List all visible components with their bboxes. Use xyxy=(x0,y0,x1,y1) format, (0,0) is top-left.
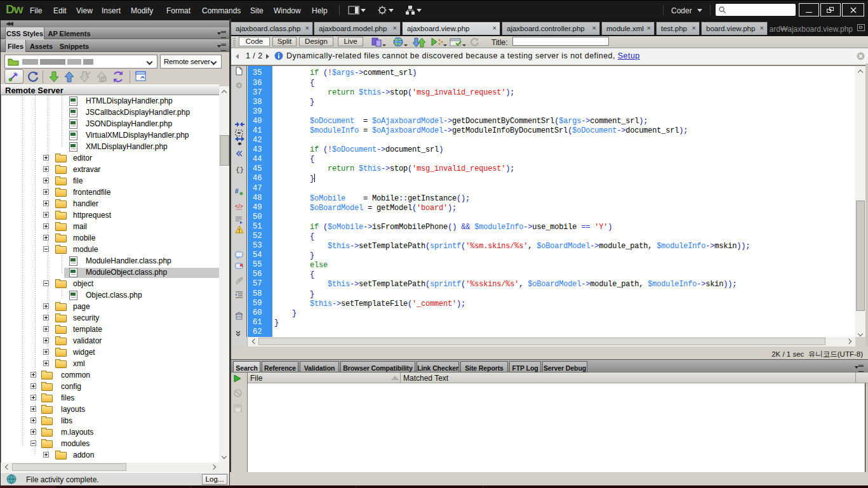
svg-text:#: # xyxy=(235,188,239,195)
svg-text:</>: </> xyxy=(235,203,243,209)
svg-text:{}: {} xyxy=(236,166,244,174)
